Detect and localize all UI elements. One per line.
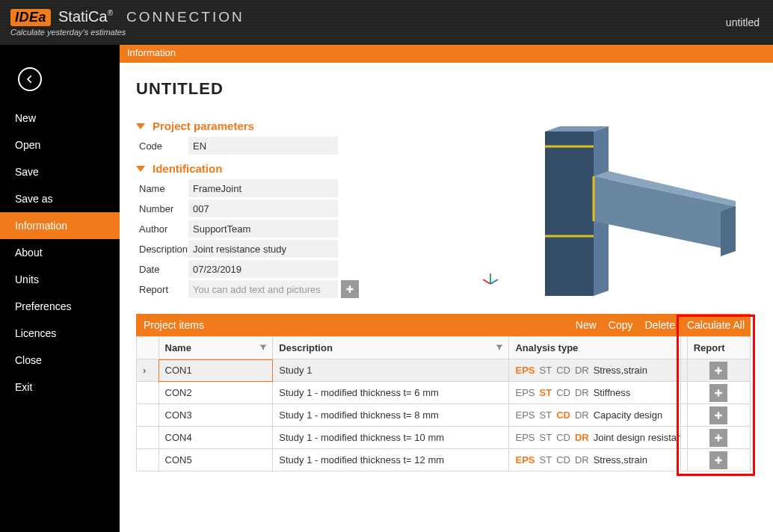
- cell-blank: [681, 359, 687, 382]
- analysis-token[interactable]: CD: [556, 365, 570, 376]
- analysis-token[interactable]: EPS: [515, 432, 535, 443]
- cell-analysis[interactable]: EPSSTCDDR Stress,strain: [509, 449, 681, 471]
- cell-description[interactable]: Study 1 - modified thickness t= 8 mm: [273, 404, 509, 427]
- add-row-report-button[interactable]: [709, 429, 727, 447]
- sidebar-item-licences[interactable]: Licences: [0, 320, 120, 347]
- description-field[interactable]: Joint resistance study: [188, 240, 338, 258]
- cell-name[interactable]: CON3: [158, 404, 273, 427]
- cell-description[interactable]: Study 1 - modified thickness t= 6 mm: [273, 382, 509, 404]
- analysis-token[interactable]: ST: [540, 454, 552, 466]
- analysis-text: Stiffness: [594, 387, 631, 398]
- add-report-button[interactable]: [341, 280, 359, 298]
- analysis-token[interactable]: CD: [556, 432, 570, 443]
- svg-marker-0: [545, 132, 594, 296]
- cell-name[interactable]: CON2: [158, 382, 273, 404]
- code-select[interactable]: EN: [188, 137, 338, 155]
- plus-icon: [713, 455, 724, 466]
- table-row[interactable]: CON2Study 1 - modified thickness t= 6 mm…: [137, 382, 751, 404]
- analysis-token[interactable]: DR: [575, 387, 589, 398]
- author-label: Author: [136, 223, 188, 235]
- cell-blank: [681, 427, 687, 449]
- table-row[interactable]: CON5Study 1 - modified thickness t= 12 m…: [137, 449, 751, 471]
- sidebar-item-preferences[interactable]: Preferences: [0, 293, 120, 320]
- cell-analysis[interactable]: EPSSTCDDR Capacity design: [509, 404, 681, 427]
- analysis-token[interactable]: ST: [540, 365, 552, 376]
- page-title: UNTITLED: [136, 79, 751, 99]
- author-field[interactable]: SupportTeam: [188, 220, 338, 238]
- back-button[interactable]: [18, 67, 42, 91]
- col-report-header[interactable]: Report: [687, 337, 750, 359]
- cell-report: [687, 404, 750, 427]
- add-row-report-button[interactable]: [709, 384, 727, 402]
- analysis-token[interactable]: DR: [575, 432, 589, 443]
- delete-item-button[interactable]: Delete: [638, 319, 680, 331]
- number-label: Number: [136, 203, 188, 214]
- project-items-title: Project items: [136, 319, 570, 331]
- analysis-token[interactable]: EPS: [515, 365, 535, 376]
- cell-name[interactable]: CON4: [158, 427, 273, 449]
- sidebar-item-units[interactable]: Units: [0, 266, 120, 293]
- filter-icon[interactable]: [495, 343, 504, 352]
- table-row[interactable]: CON3Study 1 - modified thickness t= 8 mm…: [137, 404, 751, 427]
- cell-blank: [681, 382, 687, 404]
- ribbon-title: Information: [120, 45, 773, 63]
- cell-report: [687, 427, 750, 449]
- cell-description[interactable]: Study 1: [273, 359, 509, 382]
- sidebar-item-about[interactable]: About: [0, 239, 120, 266]
- section-project-parameters[interactable]: Project parameters: [136, 120, 452, 132]
- cell-analysis[interactable]: EPSSTCDDR Stiffness: [509, 382, 681, 404]
- svg-line-11: [483, 279, 490, 284]
- analysis-token[interactable]: ST: [540, 409, 552, 421]
- add-row-report-button[interactable]: [709, 451, 727, 469]
- cell-description[interactable]: Study 1 - modified thickness t= 10 mm: [273, 427, 509, 449]
- cell-report: [687, 382, 750, 404]
- col-description-header[interactable]: Description: [273, 337, 509, 359]
- sidebar-item-save-as[interactable]: Save as: [0, 185, 120, 212]
- new-item-button[interactable]: New: [570, 319, 603, 331]
- cell-analysis[interactable]: EPSSTCDDR Joint design resistance: [509, 427, 681, 449]
- analysis-token[interactable]: EPS: [515, 387, 535, 398]
- date-field[interactable]: 07/23/2019: [188, 260, 338, 278]
- table-row[interactable]: ›CON1Study 1EPSSTCDDR Stress,strain: [137, 359, 751, 382]
- cell-description[interactable]: Study 1 - modified thickness t= 12 mm: [273, 449, 509, 471]
- col-analysis-header[interactable]: Analysis type: [509, 337, 681, 359]
- copy-item-button[interactable]: Copy: [603, 319, 639, 331]
- sidebar-item-close[interactable]: Close: [0, 347, 120, 374]
- analysis-token[interactable]: CD: [556, 409, 570, 421]
- project-items-table: Name Description Analysis type Report: [136, 336, 751, 471]
- analysis-token[interactable]: EPS: [515, 454, 535, 466]
- analysis-token[interactable]: DR: [575, 409, 589, 421]
- col-name-header[interactable]: Name: [158, 337, 273, 359]
- cell-blank: [681, 404, 687, 427]
- sidebar-item-exit[interactable]: Exit: [0, 374, 120, 400]
- cell-name[interactable]: CON1: [158, 359, 273, 382]
- cell-report: [687, 359, 750, 382]
- chevron-down-icon: [136, 123, 145, 129]
- report-field[interactable]: You can add text and pictures: [188, 280, 338, 298]
- sidebar-item-open[interactable]: Open: [0, 132, 120, 158]
- logo-statica: StatiCa®: [58, 8, 113, 25]
- analysis-token[interactable]: EPS: [515, 409, 535, 421]
- analysis-token[interactable]: DR: [575, 454, 589, 466]
- calculate-all-button[interactable]: Calculate All: [681, 319, 751, 331]
- cell-name[interactable]: CON5: [158, 449, 273, 471]
- sidebar: NewOpenSaveSave asInformationAboutUnitsP…: [0, 45, 120, 532]
- sidebar-item-new[interactable]: New: [0, 105, 120, 132]
- section-identification[interactable]: Identification: [136, 162, 452, 175]
- name-field[interactable]: FrameJoint: [188, 179, 338, 197]
- add-row-report-button[interactable]: [709, 406, 727, 424]
- analysis-token[interactable]: ST: [540, 387, 552, 398]
- cell-analysis[interactable]: EPSSTCDDR Stress,strain: [509, 359, 681, 382]
- sidebar-item-save[interactable]: Save: [0, 158, 120, 185]
- number-field[interactable]: 007: [188, 200, 338, 217]
- model-preview[interactable]: [481, 124, 736, 296]
- sidebar-item-information[interactable]: Information: [0, 212, 120, 239]
- add-row-report-button[interactable]: [709, 362, 727, 380]
- analysis-token[interactable]: CD: [556, 387, 570, 398]
- filter-icon[interactable]: [259, 343, 268, 352]
- table-row[interactable]: CON4Study 1 - modified thickness t= 10 m…: [137, 427, 751, 449]
- analysis-token[interactable]: ST: [540, 432, 552, 443]
- analysis-token[interactable]: DR: [575, 365, 589, 376]
- app-logo: IDEa StatiCa® CONNECTION Calculate yeste…: [10, 8, 244, 37]
- analysis-token[interactable]: CD: [556, 454, 570, 466]
